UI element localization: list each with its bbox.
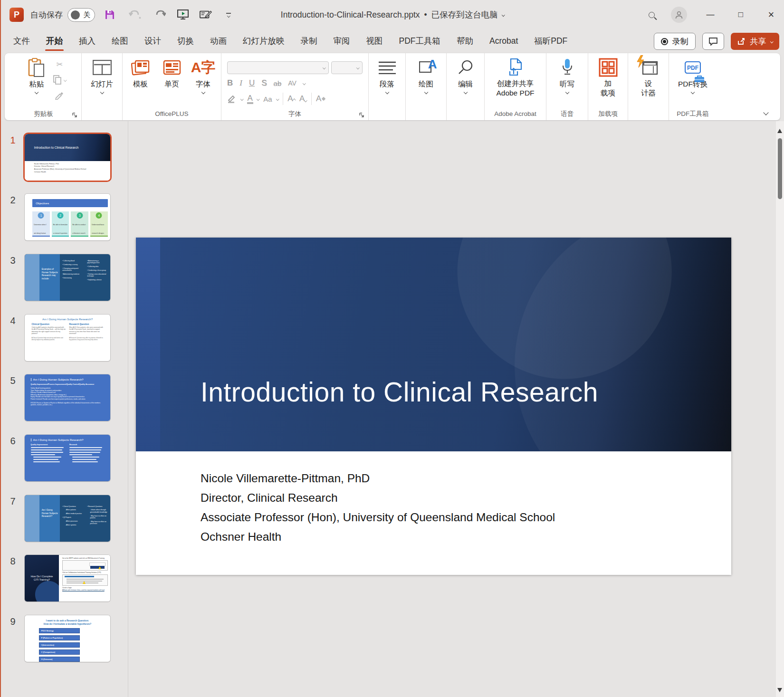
ribbon-card: 粘贴 ✂ 剪贴板 [5, 53, 780, 120]
designer-label-line2: 计器 [641, 89, 656, 97]
autosave-toggle[interactable]: 关 [67, 8, 95, 22]
grow-font-button[interactable]: A [287, 94, 295, 104]
maximize-button[interactable]: □ [734, 10, 748, 19]
tab-slideshow[interactable]: 幻灯片放映 [242, 31, 286, 52]
autosave-control[interactable]: 自动保存 关 [30, 8, 95, 22]
slide-thumbnail-5[interactable]: Am I Doing Human Subjects Research? Qual… [25, 374, 110, 421]
slide-number: 1 [1, 134, 25, 181]
thumb1-title: Introduction to Clinical Research [34, 146, 79, 149]
highlight-chevron-icon[interactable] [240, 97, 243, 100]
single-page-button[interactable]: 单页 [157, 56, 187, 109]
slide-number: 4 [1, 315, 25, 361]
create-share-adobe-pdf-button[interactable]: 创建并共享 Adobe PDF [487, 56, 544, 109]
change-case-button[interactable]: Aa [263, 95, 272, 103]
slide-number: 8 [1, 555, 25, 602]
collapse-ribbon-icon[interactable] [763, 110, 768, 115]
clear-formatting-button[interactable]: A [316, 94, 326, 104]
font-color-chevron-icon[interactable] [257, 97, 259, 100]
slide-thumbnail-4[interactable]: Am I Doing Human Subjects Research? Clin… [25, 315, 110, 361]
record-button[interactable]: 录制 [654, 33, 696, 50]
officeplus-group-label: OfficePLUS [155, 110, 188, 117]
pdf-convert-icon: PDF [685, 56, 701, 79]
slide-thumbnail-1[interactable]: Introduction to Clinical Research Nicole… [25, 134, 110, 181]
highlight-pen-icon[interactable] [227, 95, 237, 103]
new-slide-button[interactable]: 幻灯片 [85, 56, 120, 109]
slide-thumbnail-8[interactable]: How Do I Complete CITI Training? Go to t… [25, 555, 110, 602]
font-size-combo[interactable] [331, 61, 363, 74]
slide-thumbnail-3[interactable]: Examples of Human Subjects Research may … [25, 254, 110, 301]
scrollbar-thumb[interactable] [778, 138, 782, 199]
comments-button[interactable] [702, 33, 724, 50]
thumb9-heading1: I want to do ask a Research Question: [30, 619, 105, 622]
text-shadow-button[interactable]: S [261, 78, 267, 88]
edit-button[interactable]: 编辑 [449, 56, 482, 109]
character-spacing-chevron-icon[interactable] [303, 82, 306, 85]
dictate-button[interactable]: 听写 [550, 56, 585, 109]
pdf-convert-button[interactable]: PDF PDF转换 [671, 56, 715, 109]
slide-thumbnail-7[interactable]: Am I Doing Human Subjects Research? Clin… [25, 495, 110, 542]
toggle-knob-icon [71, 10, 80, 19]
template-button[interactable]: 模板 [125, 56, 156, 109]
thumbnail-row-3: 3 Examples of Human Subjects Research ma… [1, 254, 110, 301]
bold-button[interactable]: B [227, 78, 233, 88]
thumbnail-row-2: 2 Objectives 1Determine when I am doing … [1, 194, 110, 240]
tab-transitions[interactable]: 切换 [176, 31, 195, 52]
tab-acrobat[interactable]: Acrobat [488, 32, 519, 51]
tab-help[interactable]: 帮助 [456, 31, 474, 52]
slide-subtitle-section[interactable]: Nicole Villemarette-Pittman, PhD Directo… [136, 451, 731, 575]
slide-title-text[interactable]: Introduction to Clinical Research [201, 376, 598, 408]
email-icon[interactable] [200, 9, 212, 21]
start-slideshow-icon[interactable] [177, 9, 189, 21]
font-name-combo[interactable] [227, 61, 329, 74]
vertical-scrollbar[interactable] [776, 121, 784, 697]
character-spacing-button[interactable]: AV [288, 79, 296, 87]
scroll-down-icon[interactable] [777, 688, 782, 692]
tab-pdf-toolbox[interactable]: PDF工具箱 [398, 31, 442, 52]
tab-view[interactable]: 视图 [365, 31, 384, 52]
main-area: 1 Introduction to Clinical Research Nico… [1, 121, 784, 697]
slide-thumbnail-2[interactable]: Objectives 1Determine when I am doing hu… [25, 194, 110, 240]
tab-record[interactable]: 录制 [300, 31, 318, 52]
clipboard-dialog-launcher-icon[interactable] [72, 112, 77, 118]
title-dropdown[interactable]: Introduction-to-Clinical-Research.pptx •… [281, 9, 504, 20]
share-button[interactable]: 共享 [731, 33, 780, 50]
doc-filename: Introduction-to-Clinical-Research.pptx [281, 10, 420, 20]
close-button[interactable]: × [764, 9, 778, 21]
tab-home[interactable]: 开始 [45, 31, 64, 52]
paragraph-label: 段落 [380, 79, 394, 89]
search-icon[interactable] [649, 12, 655, 18]
ribbon-tabs: 文件 开始 插入 绘图 设计 切换 动画 幻灯片放映 录制 审阅 视图 PDF工… [12, 31, 568, 52]
officeplus-font-button[interactable]: A字 字体 [188, 56, 219, 109]
paragraph-button[interactable]: 段落 [371, 56, 403, 109]
tab-insert[interactable]: 插入 [78, 31, 96, 52]
draw-button[interactable]: A 绘图 [409, 56, 444, 109]
tab-animations[interactable]: 动画 [209, 31, 228, 52]
change-case-chevron-icon[interactable] [276, 97, 279, 100]
tab-foxit-pdf[interactable]: 福昕PDF [533, 31, 568, 52]
customize-qat-icon[interactable] [222, 9, 235, 21]
thumb9-heading2: How do I formulate a testable hypothesis… [30, 622, 105, 626]
italic-button[interactable]: I [239, 78, 242, 88]
slide-canvas[interactable]: Introduction to Clinical Research Nicole… [136, 238, 731, 575]
underline-button[interactable]: U [249, 78, 255, 88]
account-avatar[interactable] [671, 7, 687, 23]
font-color-button[interactable]: A [248, 94, 253, 104]
save-icon[interactable] [104, 9, 116, 21]
redo-icon[interactable] [154, 9, 166, 21]
font-dialog-launcher-icon[interactable] [359, 112, 364, 118]
scroll-up-icon[interactable] [777, 129, 782, 133]
slide-thumbnail-6[interactable]: Am I Doing Human Subjects Research? Qual… [25, 435, 110, 481]
shrink-font-button[interactable]: A [299, 94, 307, 104]
tab-design[interactable]: 设计 [143, 31, 162, 52]
tab-file[interactable]: 文件 [12, 31, 31, 52]
strikethrough-button[interactable]: ab [274, 79, 282, 87]
slide-thumbnail-9[interactable]: I want to do ask a Research Question: Ho… [25, 615, 110, 662]
paste-button[interactable]: 粘贴 [21, 56, 52, 109]
addins-button[interactable]: 加 载项 [591, 56, 626, 109]
clipboard-group-footer: 剪贴板 [8, 109, 79, 120]
minimize-button[interactable]: — [703, 10, 717, 19]
tab-review[interactable]: 审阅 [333, 31, 351, 52]
tab-draw[interactable]: 绘图 [111, 31, 129, 52]
group-designer: 设 计器 [628, 53, 669, 120]
designer-button[interactable]: 设 计器 [631, 56, 666, 109]
